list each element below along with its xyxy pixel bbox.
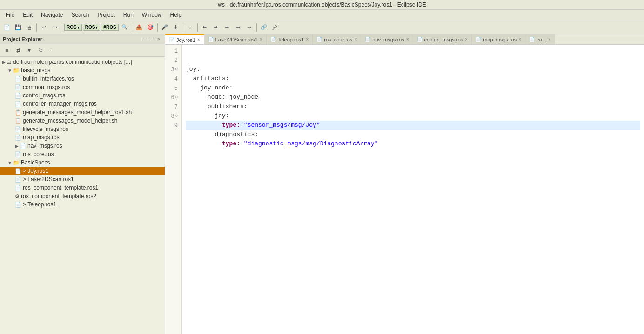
fold-marker[interactable]: ⊖ — [175, 113, 178, 120]
toolbar-ros2[interactable]: ROS▾ — [83, 24, 101, 31]
menu-item-file[interactable]: File — [2, 11, 18, 19]
sidebar-item-basic-msgs[interactable]: ▼ 📁 basic_msgs — [0, 66, 165, 75]
toolbar-search[interactable]: 🔍 — [120, 22, 130, 33]
toolbar-ros3[interactable]: #ROS — [101, 24, 118, 31]
tab-co---[interactable]: 📄co...× — [525, 34, 555, 44]
fold-marker[interactable]: ⊖ — [175, 67, 178, 73]
sidebar-more[interactable]: ⋮ — [47, 45, 57, 55]
tab-laser2dscan-ros1[interactable]: 📄Laser2DScan.ros1× — [204, 34, 267, 44]
sidebar-close-btn[interactable]: × — [156, 36, 162, 42]
toolbar-sep2 — [62, 23, 62, 32]
tab-close-btn[interactable]: × — [465, 37, 468, 42]
folder-icon: 📁 — [13, 160, 20, 166]
line-number: 7 — [167, 102, 178, 112]
toolbar-back[interactable]: ⬅ — [200, 22, 210, 33]
sidebar-item-teleop[interactable]: 📄 > Teleop.ros1 — [0, 200, 165, 209]
sidebar-item-common-msgs[interactable]: 📄 common_msgs.ros — [0, 83, 165, 91]
toolbar-sep4 — [157, 23, 158, 32]
sidebar-filter[interactable]: ▼ — [24, 45, 34, 55]
sidebar-item-gen-msgs[interactable]: 📋 generate_messages_model_helper.sh — [0, 116, 165, 125]
menu-item-help[interactable]: Help — [167, 11, 186, 19]
tab-bar: 📄Joy.ros1×📄Laser2DScan.ros1×📄Teleop.ros1… — [165, 34, 644, 45]
sidebar-item-ros-comp-ros2[interactable]: ⚙ ros_component_template.ros2 — [0, 192, 165, 200]
menu-item-search[interactable]: Search — [67, 11, 93, 19]
tab-close-btn[interactable]: × — [197, 37, 200, 42]
toolbar-ros1[interactable]: ROS▾ — [64, 24, 82, 31]
tab-close-btn[interactable]: × — [306, 37, 309, 42]
toolbar-save[interactable]: 💾 — [13, 22, 23, 33]
menu-item-window[interactable]: Window — [138, 11, 166, 19]
toolbar-step[interactable]: ↕ — [185, 22, 195, 33]
toolbar-redo[interactable]: ↪ — [50, 22, 60, 33]
sidebar-minimize-btn[interactable]: — — [141, 36, 148, 42]
tab-map-msgs-ros[interactable]: 📄map_msgs.ros× — [472, 34, 525, 44]
tab-close-btn[interactable]: × — [260, 37, 262, 42]
menu-item-project[interactable]: Project — [94, 11, 118, 19]
file-tab-icon: 📄 — [316, 37, 322, 42]
menu-item-navigate[interactable]: Navigate — [37, 11, 67, 19]
script-file-icon: 📋 — [15, 118, 21, 124]
sidebar-item-joy-ros1[interactable]: 📄 > Joy.ros1 — [0, 167, 165, 175]
code-line: diagnostics: — [186, 130, 640, 139]
toolbar-fwd2[interactable]: ➡ — [233, 22, 243, 33]
tab-close-btn[interactable]: × — [406, 37, 409, 42]
sidebar-item-controller-manager[interactable]: 📄 controller_manager_msgs.ros — [0, 100, 165, 108]
title-bar: ws - de.fraunhofer.ipa.ros.communication… — [0, 0, 644, 10]
tab-joy-ros1[interactable]: 📄Joy.ros1× — [165, 34, 204, 44]
tab-control-msgs-ros[interactable]: 📄control_msgs.ros× — [413, 34, 472, 44]
toolbar-arrow-down[interactable]: ⬇ — [171, 22, 181, 33]
sidebar-item-ros-comp-ros1[interactable]: 📄 ros_component_template.ros1 — [0, 184, 165, 192]
menu-item-run[interactable]: Run — [120, 11, 137, 19]
tab-teleop-ros1[interactable]: 📄Teleop.ros1× — [267, 34, 313, 44]
toolbar-forward-run[interactable]: ➡ — [211, 22, 221, 33]
line-numbers: 123⊖456⊖78⊖9 — [165, 45, 182, 334]
sidebar-item-basicspecs[interactable]: ▼ 📁 BasicSpecs — [0, 158, 165, 167]
sidebar-item-lifecycle[interactable]: 📄 lifecycle_msgs.ros — [0, 125, 165, 133]
line-number: 1 — [167, 47, 178, 56]
toolbar-back2[interactable]: ⬅ — [222, 22, 232, 33]
sidebar-item-laser2d[interactable]: 📄 > Laser2DScan.ros1 — [0, 175, 165, 184]
tab-close-btn[interactable]: × — [518, 37, 521, 42]
toolbar-new[interactable]: 📄 — [2, 22, 12, 33]
code-content[interactable]: joy: artifacts: joy_node: node: joy_node… — [182, 45, 644, 334]
fold-marker[interactable]: ⊖ — [175, 95, 178, 101]
gear-file-icon: ⚙ — [15, 193, 20, 199]
line-number: 5 — [167, 84, 178, 93]
sidebar-item-gen-msgs-ros1[interactable]: 📋 generate_messages_model_helper_ros1.sh — [0, 108, 165, 116]
sidebar-item-ros-core[interactable]: 📄 ros_core.ros — [0, 150, 165, 158]
file-tab-icon: 📄 — [476, 37, 481, 42]
toolbar-print[interactable]: 🖨 — [24, 22, 34, 33]
sidebar-item-nav-msgs[interactable]: ▶ 📄 nav_msgs.ros — [0, 142, 165, 150]
tab-ros-core-ros[interactable]: 📄ros_core.ros× — [313, 34, 361, 44]
toolbar-undo[interactable]: ↩ — [39, 22, 49, 33]
sidebar: Project Explorer — □ × ≡ ⇄ ▼ ↻ ⋮ ▶ 🗂 de.… — [0, 34, 165, 334]
sidebar-link-editor[interactable]: ⇄ — [13, 45, 23, 55]
file-icon: 📄 — [15, 151, 21, 157]
editor-area: 📄Joy.ros1×📄Laser2DScan.ros1×📄Teleop.ros1… — [165, 34, 644, 334]
tab-nav-msgs-ros[interactable]: 📄nav_msgs.ros× — [361, 34, 413, 44]
toolbar-external-link[interactable]: 🔗 — [259, 22, 269, 33]
toolbar-eraser[interactable]: 🖊 — [270, 22, 280, 33]
tab-close-btn[interactable]: × — [548, 37, 551, 42]
sidebar-item-control-msgs[interactable]: 📄 control_msgs.ros — [0, 91, 165, 100]
code-line: joy_node: — [186, 83, 640, 93]
toolbar-fwd3[interactable]: ⇒ — [244, 22, 255, 33]
toolbar-run-external[interactable]: 📤 — [134, 22, 144, 33]
toolbar-sep3 — [132, 23, 132, 32]
sidebar-maximize-btn[interactable]: □ — [149, 36, 155, 42]
sidebar-item-builtin[interactable]: 📄 builtin_interfaces.ros — [0, 75, 165, 83]
sidebar-collapse-all[interactable]: ≡ — [2, 45, 12, 55]
menu-item-edit[interactable]: Edit — [19, 11, 36, 19]
sidebar-refresh[interactable]: ↻ — [35, 45, 46, 55]
sidebar-item-root[interactable]: ▶ 🗂 de.fraunhofer.ipa.ros.communication.… — [0, 58, 165, 66]
file-icon: 📄 — [15, 168, 21, 174]
code-line: publishers: — [186, 102, 640, 111]
toolbar-mic[interactable]: 🎤 — [160, 22, 170, 33]
code-editor[interactable]: 123⊖456⊖78⊖9 joy: artifacts: joy_node: n… — [165, 45, 644, 334]
toolbar-sep6 — [197, 23, 198, 32]
sidebar-item-map-msgs[interactable]: 📄 map_msgs.ros — [0, 133, 165, 142]
main-layout: Project Explorer — □ × ≡ ⇄ ▼ ↻ ⋮ ▶ 🗂 de.… — [0, 34, 644, 334]
tab-close-btn[interactable]: × — [354, 37, 357, 42]
line-number: 3⊖ — [167, 65, 178, 75]
toolbar-target[interactable]: 🎯 — [145, 22, 155, 33]
